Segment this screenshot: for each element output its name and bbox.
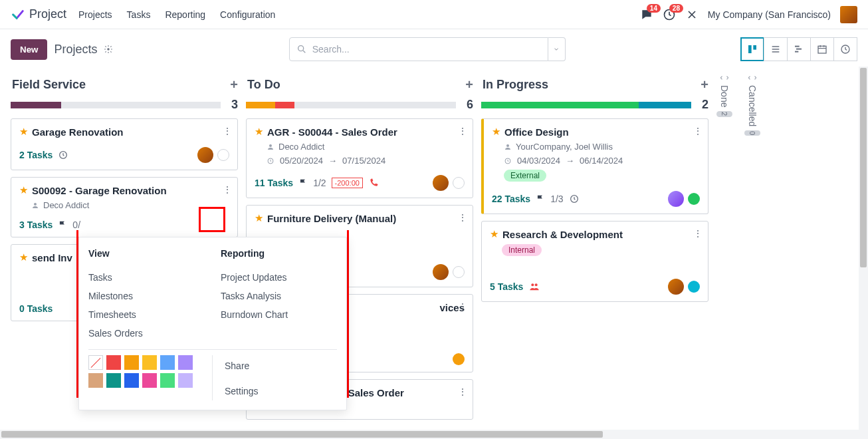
column-progress (246, 102, 456, 108)
dropdown-tasks-analysis[interactable]: Tasks Analysis (221, 287, 337, 305)
status-indicator[interactable] (453, 353, 465, 365)
project-card[interactable]: ★Research & Development ⋮ Internal 5 Tas… (481, 221, 708, 302)
phone-icon[interactable] (368, 178, 379, 188)
star-icon[interactable]: ★ (19, 126, 28, 138)
color-none[interactable] (88, 355, 103, 370)
view-activity[interactable] (833, 37, 857, 61)
status-indicator[interactable] (453, 177, 465, 189)
star-icon[interactable]: ★ (19, 184, 28, 196)
color-swatch[interactable] (142, 373, 157, 388)
assignee-avatar[interactable] (433, 264, 449, 280)
color-swatch[interactable] (106, 373, 121, 388)
color-swatch[interactable] (106, 355, 121, 370)
star-icon[interactable]: ★ (490, 228, 498, 240)
status-indicator[interactable] (688, 193, 700, 205)
project-card[interactable]: ★Office Design ⋮ YourCompany, Joel Willi… (481, 118, 708, 214)
card-menu[interactable]: ⋮ (223, 126, 232, 136)
task-count[interactable]: 11 Tasks (255, 178, 293, 188)
svg-rect-3 (748, 45, 752, 53)
color-swatch[interactable] (142, 355, 157, 370)
card-menu[interactable]: ⋮ (458, 301, 467, 312)
status-indicator[interactable] (453, 266, 465, 278)
project-card[interactable]: ★AGR - S00044 - Sales Order ⋮ Deco Addic… (246, 118, 473, 198)
vertical-scrollbar[interactable] (859, 67, 868, 430)
user-avatar[interactable] (840, 6, 857, 23)
gear-icon[interactable] (104, 45, 113, 54)
nav-reporting[interactable]: Reporting (165, 9, 205, 20)
app-logo[interactable]: Project (11, 7, 66, 22)
dropdown-timesheets[interactable]: Timesheets (88, 305, 205, 324)
task-count[interactable]: 0 Tasks (19, 303, 53, 314)
date-to: 06/14/2024 (580, 156, 623, 166)
card-title: Office Design (504, 126, 569, 138)
star-icon[interactable]: ★ (492, 126, 500, 138)
search-dropdown[interactable] (548, 37, 566, 61)
nav-projects[interactable]: Projects (78, 9, 112, 20)
view-calendar[interactable] (810, 37, 834, 61)
task-count[interactable]: 22 Tasks (492, 194, 530, 204)
status-indicator[interactable] (688, 281, 700, 293)
nav-configuration[interactable]: Configuration (220, 9, 275, 20)
nav-tasks[interactable]: Tasks (127, 9, 151, 20)
assignee-avatar[interactable] (668, 191, 684, 207)
svg-point-19 (535, 283, 538, 286)
dropdown-share[interactable]: Share (225, 357, 259, 375)
assignee-avatar[interactable] (433, 175, 449, 191)
dropdown-burndown[interactable]: Burndown Chart (221, 305, 337, 324)
column-add-button[interactable]: + (701, 77, 708, 92)
project-card[interactable]: ★S00092 - Garage Renovation ⋮ Deco Addic… (11, 177, 238, 237)
star-icon[interactable]: ★ (255, 126, 263, 138)
collapsed-cancelled[interactable]: Cancelled 0 (744, 74, 760, 439)
color-swatch[interactable] (160, 373, 175, 388)
star-icon[interactable]: ★ (19, 251, 28, 263)
view-list[interactable] (764, 37, 788, 61)
time-balance: -200:00 (332, 178, 363, 188)
card-menu[interactable]: ⋮ (458, 386, 467, 397)
color-swatch[interactable] (88, 373, 103, 388)
dropdown-sales-orders[interactable]: Sales Orders (88, 324, 205, 343)
column-add-button[interactable]: + (465, 77, 473, 92)
star-icon[interactable]: ★ (255, 212, 263, 224)
task-count[interactable]: 2 Tasks (19, 150, 53, 160)
dropdown-tasks[interactable]: Tasks (88, 268, 205, 287)
activities-button[interactable]: 28 (663, 8, 676, 21)
task-count[interactable]: 5 Tasks (490, 281, 523, 292)
nav-menu: Projects Tasks Reporting Configuration (78, 9, 275, 20)
card-menu[interactable]: ⋮ (693, 126, 703, 136)
card-menu[interactable]: ⋮ (223, 184, 232, 195)
task-count[interactable]: 3 Tasks (19, 220, 53, 230)
person-icon (504, 143, 512, 151)
view-kanban[interactable] (740, 37, 764, 61)
column-title[interactable]: In Progress (483, 78, 548, 92)
assignee-avatar[interactable] (668, 279, 684, 295)
tools-icon[interactable] (685, 8, 699, 21)
color-swatch[interactable] (178, 373, 193, 388)
tag-internal: Internal (502, 244, 542, 256)
color-swatch[interactable] (124, 373, 139, 388)
card-menu[interactable]: ⋮ (693, 228, 703, 239)
messages-button[interactable]: 14 (640, 8, 653, 21)
dropdown-settings[interactable]: Settings (225, 382, 259, 400)
horizontal-scrollbar[interactable] (0, 430, 868, 439)
company-selector[interactable]: My Company (San Francisco) (708, 9, 831, 20)
dropdown-milestones[interactable]: Milestones (88, 287, 205, 305)
column-title[interactable]: Field Service (12, 78, 86, 92)
color-swatch[interactable] (160, 355, 175, 370)
column-add-button[interactable]: + (230, 77, 238, 92)
column-title[interactable]: To Do (247, 78, 280, 92)
status-indicator[interactable] (217, 149, 229, 161)
new-button[interactable]: New (11, 39, 47, 60)
view-gantt[interactable] (787, 37, 811, 61)
color-swatch[interactable] (178, 355, 193, 370)
card-menu[interactable]: ⋮ (458, 126, 467, 136)
collapsed-done[interactable]: Done 2 (716, 74, 732, 439)
color-swatch[interactable] (124, 355, 139, 370)
svg-point-11 (34, 203, 37, 206)
column-count: 2 (697, 98, 708, 112)
search-input[interactable]: Search... (289, 37, 548, 61)
project-card[interactable]: ★Garage Renovation ⋮ 2 Tasks (11, 118, 238, 170)
dropdown-project-updates[interactable]: Project Updates (221, 268, 337, 287)
collapsed-count: 2 (716, 111, 732, 116)
card-menu[interactable]: ⋮ (458, 212, 467, 223)
assignee-avatar[interactable] (197, 147, 213, 163)
